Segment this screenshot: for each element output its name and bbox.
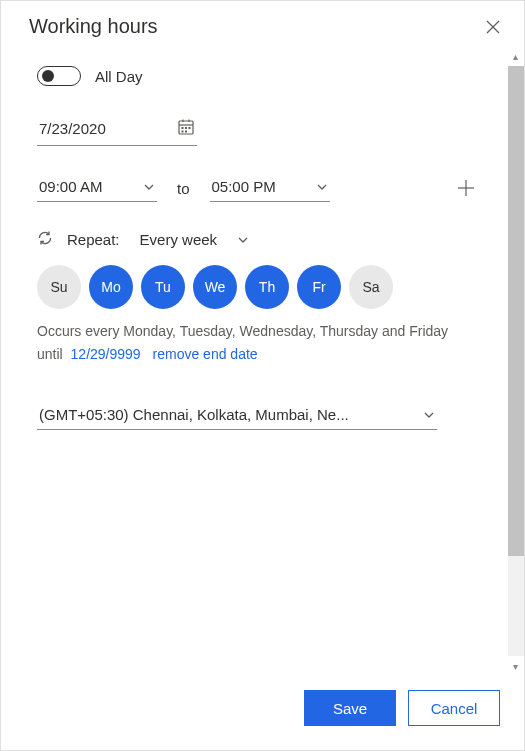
day-label: Fr xyxy=(312,279,325,295)
timezone-select[interactable]: (GMT+05:30) Chennai, Kolkata, Mumbai, Ne… xyxy=(37,402,437,430)
repeat-value: Every week xyxy=(140,231,218,248)
chevron-down-icon xyxy=(423,409,435,421)
dialog-title: Working hours xyxy=(29,15,158,38)
day-label: Mo xyxy=(101,279,120,295)
dialog-footer: Save Cancel xyxy=(1,676,524,750)
dialog-header: Working hours xyxy=(1,1,524,46)
cancel-button[interactable]: Cancel xyxy=(408,690,500,726)
date-value: 7/23/2020 xyxy=(39,120,106,137)
day-toggle-mo[interactable]: Mo xyxy=(89,265,133,309)
end-time-input[interactable]: 05:00 PM xyxy=(210,174,330,202)
chevron-down-icon xyxy=(237,234,249,246)
day-label: We xyxy=(205,279,226,295)
weekday-selector: SuMoTuWeThFrSa xyxy=(37,265,476,309)
end-time-value: 05:00 PM xyxy=(212,178,276,195)
day-toggle-fr[interactable]: Fr xyxy=(297,265,341,309)
svg-rect-6 xyxy=(182,127,184,129)
svg-rect-9 xyxy=(182,131,184,133)
date-input[interactable]: 7/23/2020 xyxy=(37,114,197,146)
scroll-thumb[interactable] xyxy=(508,66,524,556)
close-icon[interactable] xyxy=(486,20,500,34)
day-label: Th xyxy=(259,279,275,295)
chevron-down-icon xyxy=(143,181,155,193)
repeat-frequency-select[interactable]: Every week xyxy=(134,231,250,248)
start-time-value: 09:00 AM xyxy=(39,178,102,195)
day-label: Sa xyxy=(362,279,379,295)
toggle-knob xyxy=(42,70,54,82)
day-label: Su xyxy=(50,279,67,295)
recurrence-summary: Occurs every Monday, Tuesday, Wednesday,… xyxy=(37,321,476,342)
start-time-input[interactable]: 09:00 AM xyxy=(37,174,157,202)
add-time-slot-button[interactable] xyxy=(456,178,476,198)
scroll-track[interactable] xyxy=(508,66,524,656)
day-toggle-we[interactable]: We xyxy=(193,265,237,309)
scroll-up-arrow-icon[interactable]: ▴ xyxy=(513,48,518,64)
day-toggle-su[interactable]: Su xyxy=(37,265,81,309)
day-toggle-th[interactable]: Th xyxy=(245,265,289,309)
scroll-down-arrow-icon[interactable]: ▾ xyxy=(513,658,518,674)
chevron-down-icon xyxy=(316,181,328,193)
day-toggle-tu[interactable]: Tu xyxy=(141,265,185,309)
until-label: until xyxy=(37,346,63,362)
day-toggle-sa[interactable]: Sa xyxy=(349,265,393,309)
until-date-link[interactable]: 12/29/9999 xyxy=(71,346,141,362)
all-day-label: All Day xyxy=(95,68,143,85)
day-label: Tu xyxy=(155,279,171,295)
repeat-label: Repeat: xyxy=(67,231,120,248)
remove-end-date-link[interactable]: remove end date xyxy=(153,346,258,362)
dialog-body: All Day 7/23/2020 xyxy=(1,46,506,676)
repeat-icon xyxy=(37,230,53,249)
to-label: to xyxy=(173,180,194,197)
svg-rect-8 xyxy=(189,127,191,129)
svg-rect-7 xyxy=(185,127,187,129)
vertical-scrollbar[interactable]: ▴ ▾ xyxy=(506,46,524,676)
timezone-value: (GMT+05:30) Chennai, Kolkata, Mumbai, Ne… xyxy=(39,406,349,423)
svg-rect-10 xyxy=(185,131,187,133)
save-button[interactable]: Save xyxy=(304,690,396,726)
working-hours-dialog: Working hours All Day 7/23/2020 xyxy=(0,0,525,751)
all-day-toggle[interactable] xyxy=(37,66,81,86)
until-line: until 12/29/9999 remove end date xyxy=(37,346,476,362)
calendar-icon xyxy=(177,118,195,139)
